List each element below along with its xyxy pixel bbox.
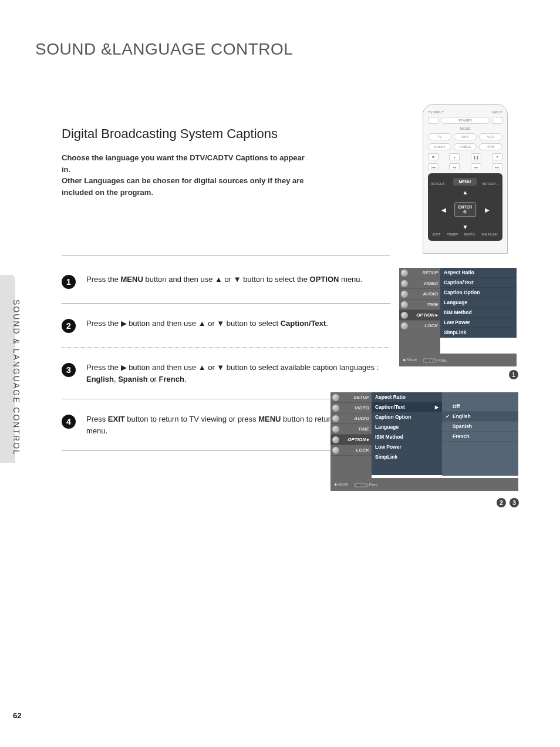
osd2-sub-spanish: Spanish (442, 422, 518, 432)
remote-left-button[interactable]: ◀ (441, 207, 446, 213)
osd2-item-simplink: SimpLink (372, 452, 442, 462)
remote-up-button[interactable]: ▲ (463, 189, 468, 196)
remote-bright-plus[interactable]: BRIGHT + (483, 182, 499, 186)
osd2-cat-lock: LOCK (330, 445, 372, 456)
step-text-2: Press the ▶ button and then use ▲ or ▼ b… (86, 318, 328, 329)
remote-skip-fwd-button[interactable]: ▸▸| (492, 163, 502, 170)
osd1-cat-setup: SETUP (399, 268, 440, 278)
remote-stb-button[interactable]: STB (479, 143, 502, 150)
remote-pause-button[interactable]: ❚❚ (471, 153, 481, 160)
osd2-cat-option: OPTION (330, 435, 372, 445)
step-1: 1 Press the MENU button and then use ▲ o… (62, 274, 390, 304)
remote-power-button[interactable]: POWER (441, 117, 490, 124)
remote-right-button[interactable]: ▶ (485, 207, 490, 213)
osd2-cat-setup: SETUP (330, 392, 372, 403)
osd1-footer: ◆ Move MENU Prev. (399, 354, 517, 366)
osd2-item-aspect-ratio: Aspect Ratio (372, 392, 442, 402)
osd2-sub-english: English (442, 412, 518, 422)
osd-screenshot-1: SETUP VIDEO AUDIO TIME OPTION LOCK Aspec… (399, 268, 517, 366)
remote-simplink-button[interactable]: SIMPLINK (481, 233, 498, 236)
remote-tv-input-label: TV INPUT (428, 110, 444, 114)
osd2-sub-french: French (442, 432, 518, 442)
osd2-item-low-power: Low Power (372, 442, 442, 452)
osd1-cat-time: TIME (399, 300, 440, 310)
step-text-1: Press the MENU button and then use ▲ or … (86, 274, 362, 285)
section-title: Digital Broadcasting System Captions (62, 126, 390, 142)
osd1-cat-video: VIDEO (399, 278, 440, 289)
remote-timer-button[interactable]: TIMER (447, 233, 458, 236)
remote-fast-forward-button[interactable]: ▸▸ (471, 163, 481, 170)
page-title: SOUND &LANGUAGE CONTROL (35, 40, 293, 59)
osd1-cat-lock: LOCK (399, 321, 440, 331)
remote-vcr-button[interactable]: VCR (479, 133, 502, 140)
section-intro: Choose the language you want the DTV/CAD… (62, 152, 308, 198)
osd2-categories: SETUP VIDEO AUDIO TIME OPTION LOCK (330, 392, 372, 478)
osd1-categories: SETUP VIDEO AUDIO TIME OPTION LOCK (399, 268, 440, 354)
step-bullet-1: 1 (62, 275, 76, 289)
step-bullet-2: 2 (62, 319, 76, 333)
osd2-cat-video: VIDEO (330, 403, 372, 413)
step-bullet-3: 3 (62, 363, 76, 377)
remote-dpad: ▲ ▼ ◀ ▶ ENTER⊙ (439, 189, 492, 230)
osd2-item-ism-method: ISM Method (372, 432, 442, 442)
divider (62, 255, 390, 255)
osd2-footer: ◆ Move MENU Prev. (330, 478, 518, 491)
sidebar-section-label: SOUND & LANGUAGE CONTROL (12, 300, 21, 456)
remote-dvd-button[interactable]: DVD (454, 133, 477, 140)
remote-input-button[interactable] (492, 117, 502, 124)
remote-audio-button[interactable]: AUDIO (428, 143, 451, 150)
section: Digital Broadcasting System Captions Cho… (62, 126, 390, 198)
osd2-sub-off: Off (442, 402, 518, 412)
osd2-submenu: Off English Spanish French (442, 392, 518, 476)
osd1-item-aspect-ratio: Aspect Ratio (440, 268, 517, 278)
osd2-item-caption-option: Caption Option (372, 412, 442, 422)
intro-line-1: Choose the language you want the DTV/CAD… (62, 153, 305, 174)
osd1-item-ism-method: ISM Method (440, 308, 517, 318)
remote-stop-button[interactable]: ■ (428, 153, 438, 160)
remote-menu-button[interactable]: MENU (453, 178, 477, 186)
remote-mode-label: MODE (460, 127, 471, 130)
remote-input-label: INPUT (492, 110, 502, 114)
step-text-3: Press the ▶ button and then use ▲ or ▼ b… (86, 362, 390, 385)
osd1-items: Aspect Ratio Caption/Text Caption Option… (440, 268, 517, 338)
osd1-item-low-power: Low Power (440, 318, 517, 328)
remote-rewind-button[interactable]: ◂◂ (449, 163, 460, 170)
osd1-item-caption-option: Caption Option (440, 288, 517, 298)
remote-nav-area: BRIGHT - MENU BRIGHT + ▲ ▼ ◀ ▶ ENTER⊙ EX… (428, 173, 502, 241)
osd-screenshot-2: SETUP VIDEO AUDIO TIME OPTION LOCK Aspec… (330, 392, 518, 491)
page-number: 62 (13, 711, 21, 720)
osd2-cat-time: TIME (330, 424, 372, 435)
reference-badge-1: 1 (509, 370, 518, 379)
remote-rec-button[interactable]: ● (492, 153, 502, 160)
osd2-cat-audio: AUDIO (330, 413, 372, 424)
remote-skip-back-button[interactable]: |◂◂ (428, 163, 438, 170)
remote-bright-minus[interactable]: BRIGHT - (431, 182, 447, 186)
remote-play-button[interactable]: ▸ (449, 153, 460, 160)
remote-illustration: TV INPUT INPUT POWER MODE TV DVD VCR AUD… (423, 104, 508, 254)
osd1-item-simplink: SimpLink (440, 328, 517, 338)
remote-down-button[interactable]: ▼ (463, 224, 468, 230)
osd1-item-caption-text: Caption/Text (440, 278, 517, 288)
remote-exit-button[interactable]: EXIT (433, 233, 440, 236)
remote-tv-input-button[interactable] (428, 117, 438, 124)
osd2-item-caption-text: Caption/Text▶ (372, 402, 442, 412)
osd1-cat-option: OPTION (399, 310, 440, 321)
step-bullet-4: 4 (62, 415, 76, 429)
reference-badge-2: 2 (497, 498, 506, 507)
osd2-item-language: Language (372, 422, 442, 432)
remote-ratio-button[interactable]: RATIO (464, 233, 475, 236)
osd2-items: Aspect Ratio Caption/Text▶ Caption Optio… (372, 392, 442, 475)
remote-enter-button[interactable]: ENTER⊙ (454, 202, 477, 217)
step-2: 2 Press the ▶ button and then use ▲ or ▼… (62, 318, 390, 348)
reference-badge-3: 3 (510, 498, 519, 507)
osd1-item-language: Language (440, 298, 517, 308)
osd1-cat-audio: AUDIO (399, 289, 440, 300)
intro-line-2: Other Languages can be chosen for digita… (62, 176, 304, 197)
remote-cable-button[interactable]: CABLE (454, 143, 477, 150)
reference-badges-2-3: 2 3 (497, 498, 519, 507)
remote-tv-button[interactable]: TV (428, 133, 451, 140)
